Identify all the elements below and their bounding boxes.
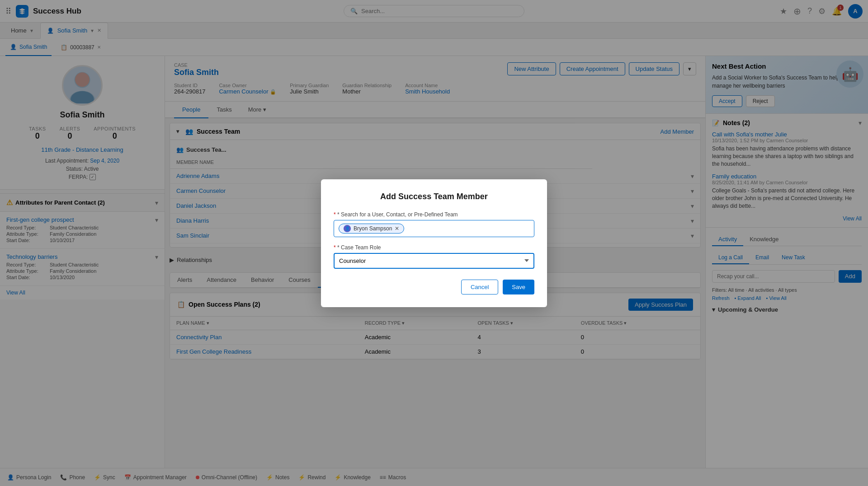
modal-search-input[interactable]: 👤 Bryon Sampson ✕	[334, 220, 534, 237]
add-success-team-modal: Add Success Team Member * * Search for a…	[321, 179, 547, 307]
tag-user-icon: 👤	[344, 225, 351, 232]
modal-search-field: * * Search for a User, Contact, or Pre-D…	[334, 211, 534, 237]
required-star-1: *	[334, 211, 336, 218]
modal-role-label-text: * Case Team Role	[337, 244, 381, 251]
modal-title: Add Success Team Member	[334, 192, 534, 201]
modal-save-button[interactable]: Save	[503, 280, 534, 294]
selected-user-tag: 👤 Bryon Sampson ✕	[339, 224, 404, 234]
modal-footer: Cancel Save	[334, 280, 534, 294]
modal-cancel-button[interactable]: Cancel	[461, 280, 498, 294]
tag-close-button[interactable]: ✕	[395, 225, 399, 232]
modal-role-field: * * Case Team Role Counselor Social Work…	[334, 244, 534, 269]
required-star-2: *	[334, 244, 336, 251]
modal-overlay[interactable]: Add Success Team Member * * Search for a…	[0, 0, 868, 486]
case-team-role-select[interactable]: Counselor Social Worker Advisor Administ…	[334, 253, 534, 269]
modal-role-label: * * Case Team Role	[334, 244, 534, 251]
modal-search-label-text: * Search for a User, Contact, or Pre-Def…	[337, 211, 458, 218]
tag-user-name: Bryon Sampson	[354, 225, 392, 232]
modal-search-label: * * Search for a User, Contact, or Pre-D…	[334, 211, 534, 218]
